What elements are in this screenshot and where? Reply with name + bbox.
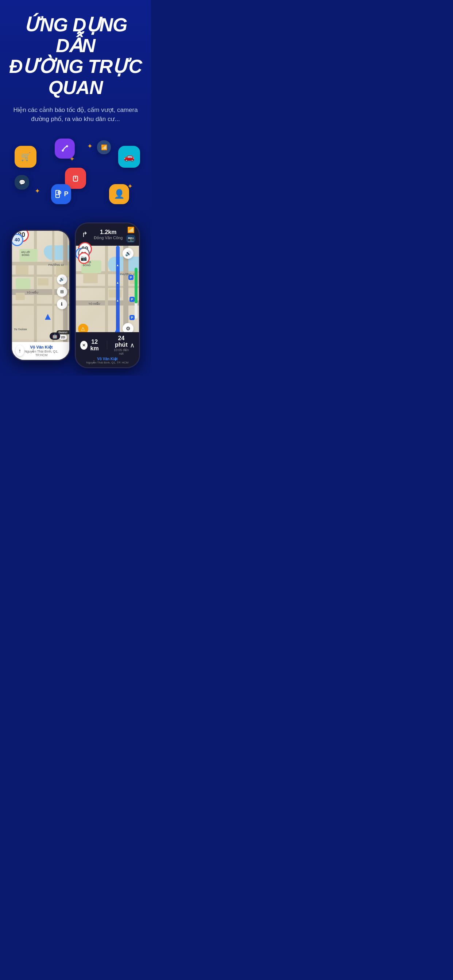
speed-panel: 60 47 km/h [78, 248, 85, 260]
trip-eta: 10:05 đến nơi [113, 348, 130, 355]
nav-street-right: Đồng Văn Công [93, 235, 124, 240]
parking-marker-3: P [129, 315, 135, 320]
camera-warning-sign: 📷 [78, 252, 90, 264]
nav-up-button[interactable]: ↑ [16, 345, 24, 356]
expand-button[interactable]: ∧ [130, 341, 135, 349]
bluetooth-icon: 📶 [127, 226, 135, 233]
hero-subtitle: Hiện các cảnh báo tốc độ, cấm vượt, came… [7, 105, 144, 124]
hero-title: ỨNG DỤNG DẪN ĐƯỜNG TRỰC QUAN [7, 14, 144, 98]
bottom-street-sub: Nguyễn Thái Bình, Q1, TP. HCM [80, 361, 135, 364]
trip-distance: 12 km [88, 339, 101, 352]
trip-time: 24 phút [113, 335, 130, 348]
svg-point-9 [58, 191, 61, 194]
nav-sub-left: Nguyễn Thái Bình, Q1, TP.HCM [24, 350, 59, 357]
close-nav-button[interactable]: ✕ [80, 341, 88, 350]
user-icon: 👤 [109, 184, 129, 204]
phone-left: AN LỢIĐÔNG TÔ HIẾU PHƯỜNG 13 TN THÀNH 80 [11, 230, 70, 361]
ai-button[interactable]: 🤖 [49, 332, 60, 340]
map-label-phuong13: PHƯỜNG 13 [48, 264, 64, 267]
parking-marker-1: P [128, 275, 134, 280]
nav-street-left: Võ Văn Kiệt [24, 345, 59, 350]
wifi-icon: 📶 [97, 140, 111, 154]
trip-stats: 12 km 24 phút 10:05 đến nơi [88, 335, 130, 355]
user-location-arrow [45, 314, 51, 320]
map-label-to-hieu-r: TÔ HIẾU [89, 302, 100, 305]
map-label-tn-thanh: TN THÀNH [14, 328, 27, 331]
map-label-an-loi-dong: AN LỢIĐÔNG [21, 251, 30, 256]
car-icon: 🚗 [118, 146, 140, 168]
info-icon[interactable]: ℹ [57, 299, 67, 309]
phone-left-screen: AN LỢIĐÔNG TÔ HIẾU PHƯỜNG 13 TN THÀNH 80 [12, 231, 69, 360]
phones-section: AN LỢIĐÔNG TÔ HIẾU PHƯỜNG 13 TN THÀNH 80 [7, 223, 144, 368]
message-icon: 💬 [14, 175, 29, 189]
map-label-to-hieu: TÔ HIẾU [27, 291, 38, 294]
nav-distance: 1.2km [93, 229, 124, 235]
sidebar-icons: 🔊 ⊞ ℹ [57, 274, 67, 309]
phone-right: ↱ 1.2km Đồng Văn Công 📶 📷 [75, 223, 140, 368]
svg-rect-4 [75, 176, 76, 177]
star-icon-4: ✦ [35, 187, 40, 195]
dashcam-icon: 📷 [126, 235, 135, 243]
sound-icon[interactable]: 🔊 [57, 274, 67, 285]
route-icon [55, 138, 75, 159]
nav-bar-left: ↑ Võ Văn Kiệt Nguyễn Thái Bình, Q1, TP.H… [12, 342, 69, 360]
speed-signs-group: 80 40 km/h [14, 234, 20, 236]
parking-icon: P P [51, 184, 71, 204]
route-line: ▲ ▲ ▲ [116, 246, 120, 335]
map-mode-badge[interactable]: 2D [59, 335, 67, 340]
app-container: ỨNG DỤNG DẪN ĐƯỜNG TRỰC QUAN Hiện các cả… [0, 0, 151, 375]
sound-button-right[interactable]: 🔊 [123, 248, 134, 259]
phone-right-screen: ↱ 1.2km Đồng Văn Công 📶 📷 [76, 223, 139, 367]
bottom-street-name: Võ Văn Kiệt [80, 357, 135, 361]
layers-icon[interactable]: ⊞ [57, 286, 67, 297]
bottom-bar-right: ✕ 12 km 24 phút 10:05 đến nơi [76, 332, 139, 367]
star-icon-2: ✦ [87, 142, 93, 150]
route-progress-fill [135, 267, 137, 303]
icons-area: ✦ ✦ ✦ ✦ 🛒 [7, 135, 144, 215]
svg-point-1 [62, 150, 64, 152]
cart-icon: 🛒 [14, 146, 37, 168]
map-left-bg: AN LỢIĐÔNG TÔ HIẾU PHƯỜNG 13 TN THÀNH 80 [12, 231, 69, 360]
parking-marker-2: P [129, 297, 135, 302]
svg-point-3 [75, 177, 76, 179]
svg-point-0 [66, 145, 68, 147]
hero-section: ỨNG DỤNG DẪN ĐƯỜNG TRỰC QUAN Hiện các cả… [0, 0, 151, 375]
route-progress-bar [135, 267, 137, 319]
turn-arrow-icon: ↱ [80, 229, 91, 240]
